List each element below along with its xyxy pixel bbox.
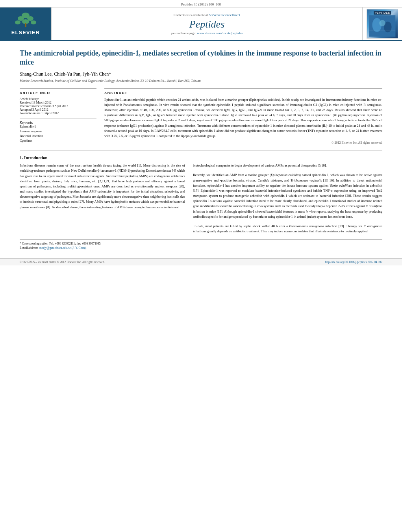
intro-text-right-3: To date, most patients are killed by sep… [193,224,382,234]
email-link[interactable]: anocjy@gate.sinica.edu.tw (J.-Y. Chen). [39,246,87,250]
article-info-column: ARTICLE INFO Article history: Received 1… [20,88,96,145]
article-history: Article history: Received 13 March 2012 … [20,97,96,115]
abstract-text: Epinecidin-1, an antimicrobial peptide w… [104,97,382,139]
intro-heading: 1. Introduction [20,155,382,160]
intro-text-left: Infectious diseases remain some of the m… [20,163,185,210]
doi-link[interactable]: http://dx.doi.org/10.1016/j.peptides.201… [325,260,383,264]
keyword-3: Bacterial infection [20,134,96,139]
thumb-label: PEPTIDES [374,11,391,15]
introduction-section: 1. Introduction Infectious diseases rema… [20,155,382,234]
star-footnote: * Corresponding author. Tel.: +886 92080… [20,241,382,246]
footnotes: * Corresponding author. Tel.: +886 92080… [20,241,382,250]
history-label: Article history: [20,97,96,101]
abstract-section: ABSTRACT Epinecidin-1, an antimicrobial … [104,88,382,145]
keywords-label: Keywords: [20,121,96,124]
keyword-1: Epinecidin-1 [20,124,96,129]
elsevier-tree-icon [14,12,37,28]
issn-text: 0196-9781/$ – see front matter © 2012 El… [20,260,105,264]
journal-thumbnail-area: PEPTIDES [363,7,402,40]
svg-point-6 [31,20,36,24]
introduction-columns: Infectious diseases remain some of the m… [20,163,382,234]
article-info-section: ARTICLE INFO Article history: Received 1… [20,88,96,143]
journal-center: Contents lists available at SciVerse Sci… [51,7,363,40]
article-info-abstract-row: ARTICLE INFO Article history: Received 1… [20,88,382,145]
citation-text: Peptides 36 (2012) 100–108 [181,2,221,6]
intro-text-right: biotechnological companies to begin deve… [193,163,382,168]
journal-title: Peptides [189,19,225,30]
article-title: The antimicrobial peptide, epinecidin-1,… [20,49,382,67]
main-content: The antimicrobial peptide, epinecidin-1,… [0,41,402,258]
author-names: Shang-Chun Lee, Chieh-Yu Pan, Jyh-Yih Ch… [20,71,111,77]
email-footnote: E-mail address: anocjy@gate.sinica.edu.t… [20,246,382,250]
section-divider [20,150,382,150]
footnote-divider [20,239,382,240]
homepage-label: journal homepage: [171,31,196,35]
accepted-date: Accepted 3 April 2012 [20,108,96,111]
journal-banner: ELSEVIER Contents lists available at Sci… [0,7,402,41]
keyword-2: Immune response [20,129,96,134]
svg-point-4 [15,20,20,24]
revised-date: Received in revised form 3 April 2012 [20,104,96,108]
bottom-bar: 0196-9781/$ – see front matter © 2012 El… [0,258,402,265]
cover-art-icon [369,15,396,37]
elsevier-logo-area: ELSEVIER [0,7,51,40]
received-date: Received 13 March 2012 [20,101,96,104]
intro-text-right-2: Recently, we identified an AMP from a ma… [193,172,382,219]
copyright-notice: © 2012 Elsevier Inc. All rights reserved… [104,141,382,145]
keywords-section: Keywords: Epinecidin-1 Immune response B… [20,118,96,143]
such-word: such [61,169,67,172]
online-date: Available online 10 April 2012 [20,111,96,115]
intro-col-right: biotechnological companies to begin deve… [193,163,382,234]
journal-cover-thumbnail: PEPTIDES [367,9,398,39]
keyword-4: Cytokines [20,139,96,143]
abstract-label: ABSTRACT [104,91,382,95]
authors: Shang-Chun Lee, Chieh-Yu Pan, Jyh-Yih Ch… [20,71,382,77]
sciverse-link[interactable]: SciVerse ScienceDirect [209,13,240,17]
abstract-column: ABSTRACT Epinecidin-1, an antimicrobial … [104,88,382,145]
svg-point-11 [379,20,385,26]
contents-available-text: Contents lists available at [174,13,208,17]
article-info-label: ARTICLE INFO [20,91,96,95]
elsevier-wordmark: ELSEVIER [11,30,40,35]
sciverse-line: Contents lists available at SciVerse Sci… [174,13,240,17]
top-citation-bar: Peptides 36 (2012) 100–108 [0,0,402,7]
svg-rect-7 [25,23,26,27]
affiliation: Marine Research Station, Institute of Ce… [20,79,382,83]
page-wrapper: Peptides 36 (2012) 100–108 ELSEVIER Cont… [0,0,402,265]
homepage-link[interactable]: www.elsevier.com/locate/peptides [197,31,243,35]
journal-homepage-line: journal homepage: www.elsevier.com/locat… [171,31,243,35]
intro-col-left: Infectious diseases remain some of the m… [20,163,185,234]
